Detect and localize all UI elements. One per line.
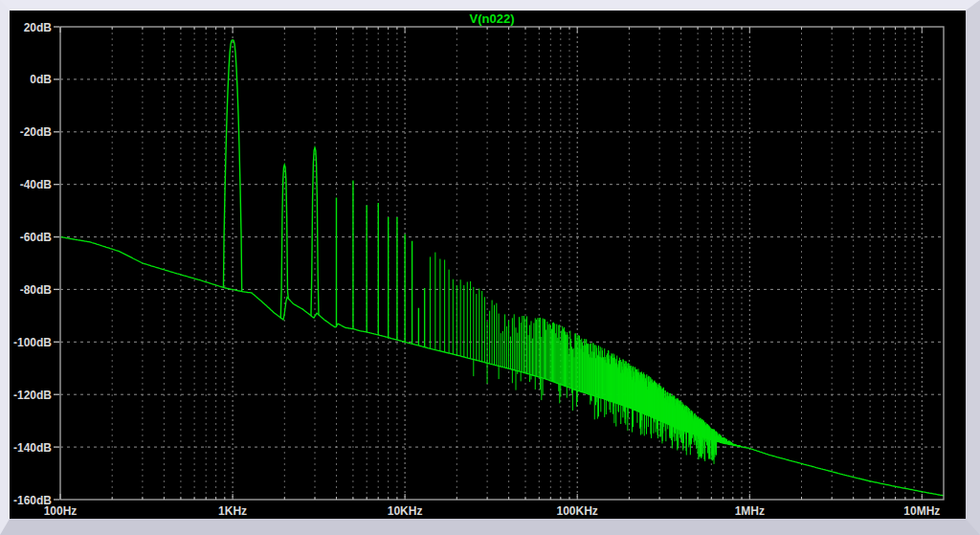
x-tick-label-1MHz: 1MHz [735, 504, 765, 518]
trace-v-n022 [60, 40, 944, 496]
harmonic-peak-3 [311, 147, 319, 316]
x-tick-label-10MHz: 10MHz [903, 504, 940, 518]
plot-pane: 100Hz1KHz10KHz100KHz1MHz10MHz 20dB0dB-20… [10, 11, 966, 519]
grid-lines [60, 27, 944, 500]
y-tick-label--140dB: -140dB [13, 441, 52, 455]
y-tick-label--100dB: -100dB [13, 336, 52, 349]
waveform-window: 100Hz1KHz10KHz100KHz1MHz10MHz 20dB0dB-20… [0, 0, 980, 535]
x-tick-label-100KHz: 100KHz [557, 504, 598, 518]
x-tick-label-10KHz: 10KHz [388, 504, 423, 518]
y-tick-label--60dB: -60dB [20, 231, 53, 244]
trace-legend[interactable]: V(n022) [470, 11, 515, 26]
y-tick-label--120dB: -120dB [13, 389, 52, 402]
harmonic-spikes [336, 181, 424, 347]
plot-border [60, 27, 944, 500]
x-axis-labels: 100Hz1KHz10KHz100KHz1MHz10MHz [44, 504, 941, 518]
y-axis-labels: 20dB0dB-20dB-40dB-60dB-80dB-100dB-120dB-… [13, 21, 52, 507]
axis-ticks [54, 27, 922, 500]
y-tick-label--80dB: -80dB [20, 283, 53, 297]
x-tick-label-1KHz: 1KHz [218, 504, 247, 518]
y-tick-label-20dB: 20dB [24, 21, 53, 34]
trace-noise-floor [60, 237, 944, 496]
spectrum-plot[interactable]: 100Hz1KHz10KHz100KHz1MHz10MHz 20dB0dB-20… [10, 11, 966, 519]
y-tick-label--20dB: -20dB [20, 125, 53, 139]
y-tick-label--40dB: -40dB [20, 178, 53, 191]
y-tick-label-0dB: 0dB [30, 73, 52, 86]
y-tick-label--160dB: -160dB [13, 494, 52, 507]
noise-spike-mass [430, 253, 740, 464]
